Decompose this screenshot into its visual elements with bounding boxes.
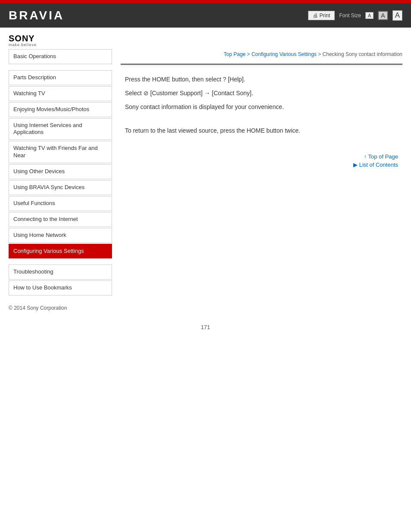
copyright: © 2014 Sony Corporation bbox=[0, 305, 411, 311]
top-of-page-link[interactable]: Top of Page bbox=[121, 153, 398, 160]
sidebar-item-enjoying-movies[interactable]: Enjoying Movies/Music/Photos bbox=[9, 102, 112, 117]
step-2: Select ⊘ [Customer Support] → [Contact S… bbox=[125, 88, 398, 99]
sidebar-item-parts-description[interactable]: Parts Description bbox=[9, 70, 112, 85]
breadcrumb-current: Checking Sony contact information bbox=[323, 51, 402, 57]
divider-top bbox=[121, 64, 402, 65]
breadcrumb-sep2: > bbox=[317, 51, 323, 57]
sidebar-item-using-home[interactable]: Using Home Network bbox=[9, 228, 112, 243]
sidebar-item-connecting-internet[interactable]: Connecting to the Internet bbox=[9, 212, 112, 227]
breadcrumb-sep1: > bbox=[246, 51, 252, 57]
sony-logo: SONY bbox=[9, 34, 402, 43]
breadcrumb-top-page[interactable]: Top Page bbox=[224, 51, 246, 57]
font-size-large-button[interactable]: A bbox=[392, 10, 402, 21]
footer-links: Top of Page List of Contents bbox=[121, 153, 402, 168]
sidebar-item-how-to-use[interactable]: How to Use Bookmarks bbox=[9, 280, 112, 296]
sidebar-item-using-internet[interactable]: Using Internet Services and Applications bbox=[9, 118, 112, 140]
printer-icon: 🖨 bbox=[313, 12, 318, 19]
page-number: 171 bbox=[0, 324, 411, 330]
bravia-logo: BRAVIA bbox=[9, 9, 64, 22]
divider-sub bbox=[121, 65, 402, 66]
sidebar-item-using-bravia[interactable]: Using BRAVIA Sync Devices bbox=[9, 180, 112, 195]
sidebar-item-watching-friends[interactable]: Watching TV with Friends Far and Near bbox=[9, 141, 112, 163]
header-controls: 🖨 Print Font Size A A A bbox=[308, 10, 402, 21]
print-button[interactable]: 🖨 Print bbox=[308, 11, 335, 20]
font-size-label: Font Size bbox=[339, 12, 361, 19]
content-body: Press the HOME button, then select ? [He… bbox=[121, 75, 402, 136]
content-area: Top Page > Configuring Various Settings … bbox=[121, 49, 402, 296]
sidebar-gap-1 bbox=[9, 65, 112, 70]
top-bar bbox=[0, 0, 411, 3]
sidebar-item-using-other[interactable]: Using Other Devices bbox=[9, 164, 112, 179]
breadcrumb: Top Page > Configuring Various Settings … bbox=[121, 51, 402, 57]
sidebar-item-basic-operations[interactable]: Basic Operations bbox=[9, 49, 112, 64]
sidebar-item-troubleshooting[interactable]: Troubleshooting bbox=[9, 264, 112, 280]
step-3: Sony contact information is displayed fo… bbox=[125, 102, 398, 112]
sidebar-item-watching-tv[interactable]: Watching TV bbox=[9, 86, 112, 101]
note: To return to the last viewed source, pre… bbox=[125, 126, 398, 136]
sony-tagline: make.believe bbox=[9, 43, 402, 47]
sony-area: SONY make.believe bbox=[0, 28, 411, 49]
step-1: Press the HOME button, then select ? [He… bbox=[125, 75, 398, 85]
breadcrumb-configuring[interactable]: Configuring Various Settings bbox=[252, 51, 317, 57]
sidebar-item-useful-functions[interactable]: Useful Functions bbox=[9, 196, 112, 211]
sidebar-gap-2 bbox=[9, 259, 112, 264]
sidebar: Basic Operations Parts Description Watch… bbox=[9, 49, 112, 296]
header: BRAVIA 🖨 Print Font Size A A A bbox=[0, 3, 411, 28]
list-of-contents-link[interactable]: List of Contents bbox=[121, 162, 398, 168]
font-size-small-button[interactable]: A bbox=[365, 12, 374, 19]
font-size-medium-button[interactable]: A bbox=[378, 11, 388, 20]
sidebar-item-configuring[interactable]: Configuring Various Settings bbox=[9, 244, 112, 259]
main-layout: Basic Operations Parts Description Watch… bbox=[0, 49, 411, 296]
